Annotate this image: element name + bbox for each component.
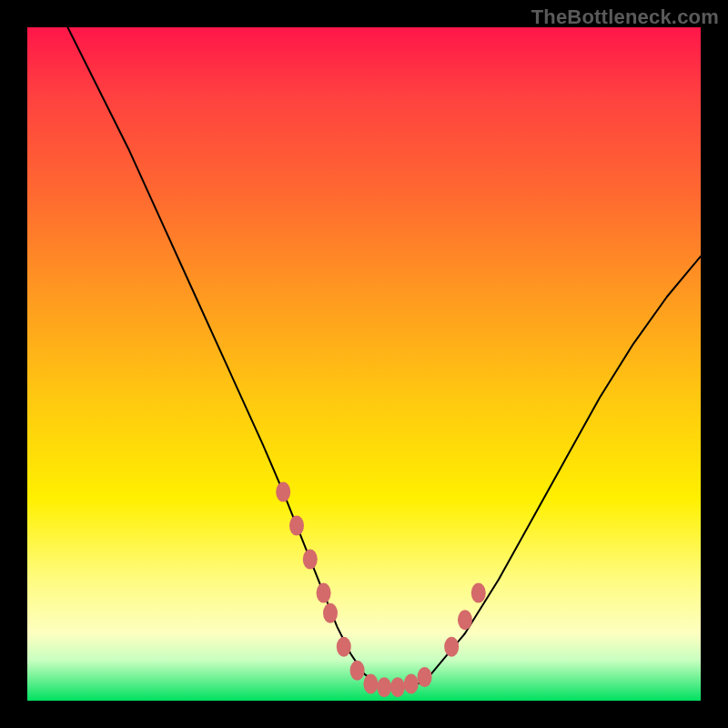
marker-point [404,674,419,694]
marker-point [458,610,472,630]
marker-point [289,516,304,536]
marker-group [276,482,486,698]
marker-point [323,603,338,623]
marker-point [363,674,378,694]
chart-svg [27,27,701,701]
watermark-text: TheBottleneck.com [531,5,719,29]
marker-point [303,550,318,570]
marker-point [390,677,405,697]
chart-frame: TheBottleneck.com [0,0,728,728]
marker-point [418,667,432,687]
plot-area [27,27,701,701]
marker-point [471,583,486,603]
marker-point [444,637,459,657]
marker-point [276,482,290,502]
bottleneck-curve [67,27,701,687]
marker-point [317,583,331,603]
marker-point [337,637,351,657]
marker-point [350,661,365,681]
marker-point [377,677,391,697]
